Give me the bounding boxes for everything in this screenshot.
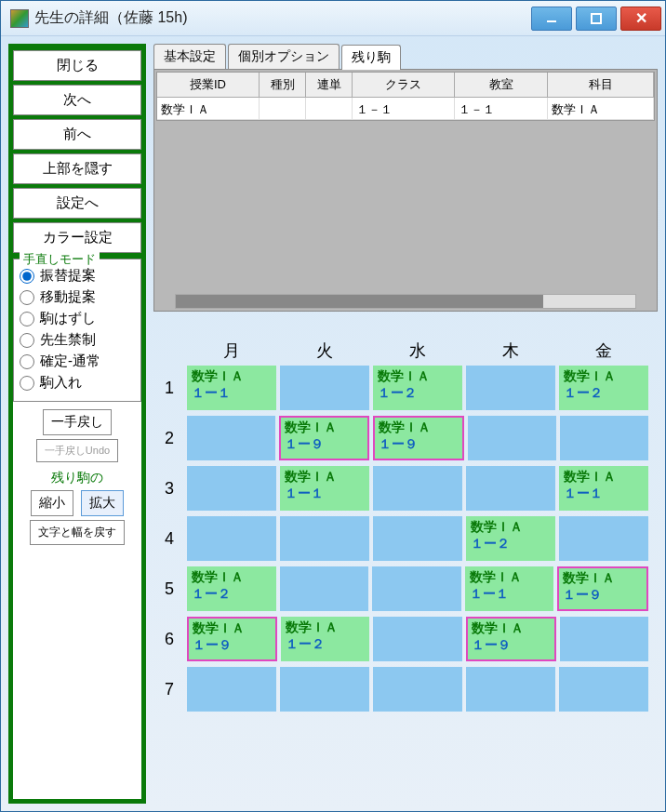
- schedule-row: 4数学ＩＡ１ー２: [153, 516, 650, 561]
- schedule-cell[interactable]: [559, 667, 648, 712]
- hide-top-button[interactable]: 上部を隠す: [13, 153, 141, 184]
- schedule-cell[interactable]: [560, 416, 648, 460]
- schedule-cell[interactable]: [373, 617, 461, 661]
- schedule-cell[interactable]: [187, 516, 276, 561]
- schedule-row: 2数学ＩＡ１ー９数学ＩＡ１ー９: [153, 416, 650, 460]
- reset-width-button[interactable]: 文字と幅を戻す: [30, 520, 125, 545]
- mode-radio-3[interactable]: [20, 333, 34, 348]
- cell-subject: 数学ＩＡ: [285, 419, 364, 436]
- minimize-button[interactable]: [531, 7, 572, 31]
- mode-radio-1[interactable]: [20, 290, 34, 305]
- schedule-cell[interactable]: 数学ＩＡ１ー９: [466, 617, 556, 661]
- titlebar[interactable]: 先生の詳細（佐藤 15h) ✕: [1, 1, 665, 36]
- col-header-id[interactable]: 授業ID: [157, 73, 260, 98]
- schedule-cell[interactable]: [466, 667, 555, 712]
- schedule-cell[interactable]: [559, 516, 648, 561]
- schedule-cell[interactable]: [373, 667, 462, 712]
- period-label: 7: [153, 667, 185, 712]
- col-header-room[interactable]: 教室: [455, 73, 548, 98]
- cell-class: １ー９: [285, 436, 364, 453]
- close-window-button[interactable]: ✕: [620, 7, 661, 31]
- cell-subject: 数学ＩＡ: [285, 469, 365, 486]
- schedule-cell[interactable]: 数学ＩＡ１ー１: [187, 366, 276, 410]
- schedule-cell[interactable]: 数学ＩＡ１ー２: [559, 366, 648, 410]
- to-settings-button[interactable]: 設定へ: [13, 188, 141, 219]
- schedule-cell[interactable]: [373, 516, 462, 561]
- col-header-ren[interactable]: 連単: [306, 73, 353, 98]
- schedule-cell[interactable]: [280, 566, 369, 611]
- grid-cell-subj[interactable]: 数学ＩＡ: [548, 98, 654, 120]
- mode-label-5: 駒入れ: [40, 374, 82, 392]
- schedule-cell[interactable]: 数学ＩＡ１ー２: [187, 566, 276, 611]
- mode-option-5[interactable]: 駒入れ: [20, 374, 135, 392]
- next-button[interactable]: 次へ: [13, 85, 141, 115]
- maximize-button[interactable]: [576, 7, 617, 31]
- schedule-cell[interactable]: 数学ＩＡ１ー２: [466, 516, 555, 561]
- schedule-cell[interactable]: 数学ＩＡ１ー９: [373, 416, 463, 460]
- schedule-cell[interactable]: 数学ＩＡ１ー２: [281, 617, 369, 661]
- schedule-grid: 月火水木金 1数学ＩＡ１ー１数学ＩＡ１ー２数学ＩＡ１ー２2数学ＩＡ１ー９数学ＩＡ…: [153, 339, 658, 717]
- edit-mode-title: 手直しモード: [20, 251, 100, 268]
- remaining-grid[interactable]: 授業ID 種別 連単 クラス 教室 科目 数学ＩＡ１－１１－１数学ＩＡ: [156, 72, 655, 121]
- grid-cell-type[interactable]: [260, 98, 306, 120]
- schedule-row: 6数学ＩＡ１ー９数学ＩＡ１ー２数学ＩＡ１ー９: [153, 617, 650, 661]
- undo-button[interactable]: 一手戻し: [43, 409, 112, 435]
- cell-subject: 数学ＩＡ: [286, 619, 365, 636]
- mode-option-3[interactable]: 先生禁制: [20, 331, 135, 349]
- grid-cell-ren[interactable]: [306, 98, 353, 120]
- horizontal-scrollbar[interactable]: [175, 294, 636, 309]
- schedule-cell[interactable]: 数学ＩＡ１ー１: [559, 466, 648, 511]
- schedule-cell[interactable]: [187, 416, 275, 460]
- day-header: 水: [371, 339, 464, 366]
- cell-class: １ー１: [285, 486, 365, 502]
- schedule-cell[interactable]: 数学ＩＡ１ー９: [187, 617, 277, 661]
- mode-radio-4[interactable]: [20, 354, 34, 369]
- svg-rect-1: [592, 14, 601, 23]
- expand-button[interactable]: 拡大: [81, 490, 124, 516]
- schedule-cell[interactable]: [468, 416, 556, 460]
- tab-individual[interactable]: 個別オプション: [228, 44, 340, 69]
- grid-cell-class[interactable]: １－１: [353, 98, 455, 120]
- cell-class: １ー１: [470, 586, 550, 603]
- schedule-cell[interactable]: 数学ＩＡ１ー９: [279, 416, 369, 460]
- cell-class: １ー２: [378, 385, 458, 402]
- shrink-button[interactable]: 縮小: [31, 490, 73, 516]
- mode-radio-2[interactable]: [20, 312, 34, 326]
- sidebar-lower: 一手戻し 一手戻しUndo 残り駒の 縮小 拡大 文字と幅を戻す: [13, 402, 141, 799]
- schedule-cell[interactable]: 数学ＩＡ１ー１: [465, 566, 554, 611]
- schedule-cell[interactable]: 数学ＩＡ１ー１: [280, 466, 369, 511]
- mode-label-2: 駒はずし: [40, 310, 96, 327]
- schedule-cell[interactable]: [466, 466, 555, 511]
- col-header-type[interactable]: 種別: [260, 73, 306, 98]
- schedule-cell[interactable]: [187, 466, 276, 511]
- tab-basic[interactable]: 基本設定: [153, 44, 226, 69]
- grid-cell-id[interactable]: 数学ＩＡ: [157, 98, 260, 120]
- col-header-class[interactable]: クラス: [353, 73, 455, 98]
- mode-radio-0[interactable]: [20, 269, 34, 284]
- tab-remaining[interactable]: 残り駒: [341, 45, 401, 70]
- grid-row[interactable]: 数学ＩＡ１－１１－１数学ＩＡ: [157, 98, 654, 120]
- col-header-subj[interactable]: 科目: [548, 73, 654, 98]
- schedule-cell[interactable]: [466, 366, 555, 410]
- mode-option-1[interactable]: 移動提案: [20, 288, 135, 306]
- schedule-cell[interactable]: [372, 566, 461, 611]
- grid-cell-room[interactable]: １－１: [455, 98, 548, 120]
- close-button[interactable]: 閉じる: [13, 50, 141, 81]
- schedule-cell[interactable]: [280, 667, 369, 712]
- mode-option-4[interactable]: 確定-通常: [20, 353, 135, 370]
- mode-radio-5[interactable]: [20, 376, 34, 391]
- mode-option-0[interactable]: 振替提案: [20, 267, 135, 285]
- schedule-cell[interactable]: [280, 366, 369, 410]
- prev-button[interactable]: 前へ: [13, 119, 141, 150]
- schedule-cell[interactable]: 数学ＩＡ１ー９: [557, 566, 648, 611]
- remain-label: 残り駒の: [17, 470, 138, 486]
- schedule-cell[interactable]: [373, 466, 462, 511]
- mode-option-2[interactable]: 駒はずし: [20, 310, 135, 327]
- cell-class: １ー２: [286, 636, 365, 653]
- schedule-cell[interactable]: [187, 667, 276, 712]
- schedule-cell[interactable]: 数学ＩＡ１ー２: [373, 366, 462, 410]
- day-header: 金: [557, 339, 650, 366]
- schedule-cell[interactable]: [280, 516, 369, 561]
- schedule-cell[interactable]: [560, 617, 648, 661]
- color-settings-button[interactable]: カラー設定: [13, 222, 141, 253]
